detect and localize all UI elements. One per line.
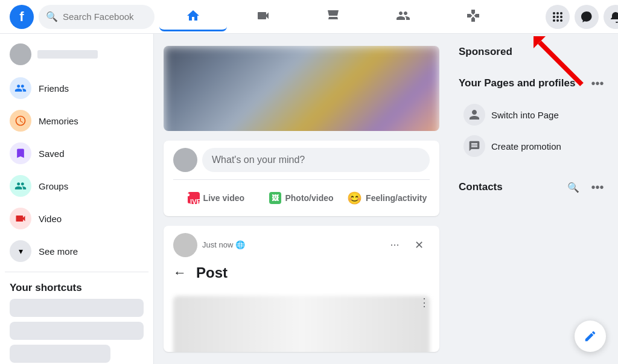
svg-point-2 [560, 12, 562, 14]
contacts-search-button[interactable]: 🔍 [562, 176, 584, 198]
sponsored-image [164, 46, 439, 131]
post-create-top: What's on your mind? [173, 148, 430, 172]
photo-video-button[interactable]: 🖼 Photo/video [259, 187, 345, 209]
post-title: Post [196, 264, 228, 281]
top-navigation: f 🔍 [0, 0, 618, 34]
svg-point-7 [556, 19, 559, 22]
feeling-icon: 😊 [347, 191, 362, 205]
main-feed: What's on your mind? ● LIVE Live video 🖼… [154, 34, 449, 364]
pages-profiles-title: Your Pages and profiles [459, 77, 575, 89]
contacts-section: Contacts 🔍 ••• [459, 176, 608, 198]
switch-page-button[interactable]: Switch into Page [459, 99, 608, 130]
post-create-card: What's on your mind? ● LIVE Live video 🖼… [164, 141, 439, 216]
chevron-down-icon: ▾ [10, 240, 31, 262]
groups-label: Groups [39, 181, 68, 191]
video-icon [10, 208, 31, 229]
sponsored-banner [164, 46, 439, 131]
topnav-left: f 🔍 [10, 5, 154, 29]
create-promotion-button[interactable]: Create promotion [459, 130, 608, 162]
post-back-button[interactable]: ← [173, 265, 186, 281]
svg-point-1 [556, 12, 559, 14]
sidebar-item-saved[interactable]: Saved [5, 138, 148, 169]
live-video-button[interactable]: ● LIVE Live video [173, 187, 259, 209]
video-label: Video [39, 214, 62, 224]
sponsored-title: Sponsored [459, 46, 608, 58]
saved-label: Saved [39, 148, 65, 159]
nav-gaming-button[interactable] [439, 2, 507, 31]
see-more-label: See more [39, 246, 78, 257]
contacts-title: Contacts [459, 181, 503, 193]
post-placeholder: What's on your mind? [212, 155, 305, 165]
post-image-blurred [173, 296, 430, 352]
shortcut-item-1[interactable] [10, 299, 144, 317]
memories-icon [10, 110, 31, 132]
svg-point-0 [553, 12, 555, 14]
user-name [37, 50, 98, 59]
user-avatar [10, 43, 31, 65]
post-input[interactable]: What's on your mind? [202, 148, 430, 172]
shortcut-item-2[interactable] [10, 322, 144, 340]
facebook-logo[interactable]: f [10, 5, 34, 29]
nav-groups-button[interactable] [369, 2, 437, 31]
post-content-more-icon[interactable]: ⋮ [419, 296, 430, 309]
pages-more-button[interactable]: ••• [587, 72, 608, 94]
live-icon: ● LIVE [188, 192, 200, 204]
sponsored-section: Sponsored [459, 46, 608, 58]
groups-icon [10, 175, 31, 197]
contacts-icons: 🔍 ••• [562, 176, 608, 198]
sidebar-item-video[interactable]: Video [5, 203, 148, 234]
pages-profiles-header: Your Pages and profiles ••• [459, 72, 608, 94]
sidebar-item-memories[interactable]: Memories [5, 105, 148, 136]
nav-marketplace-button[interactable] [299, 2, 367, 31]
search-icon: 🔍 [46, 11, 58, 22]
post-actions: ● LIVE Live video 🖼 Photo/video 😊 Feelin… [173, 179, 430, 209]
compose-button[interactable] [575, 321, 606, 352]
messenger-button[interactable] [575, 5, 599, 29]
nav-home-button[interactable] [159, 2, 227, 31]
post-author-avatar [173, 233, 197, 257]
contacts-more-button[interactable]: ••• [587, 176, 608, 198]
shortcuts-title: Your shortcuts [10, 282, 144, 294]
feeling-activity-button[interactable]: 😊 Feeling/activity [344, 187, 430, 209]
contacts-header: Contacts 🔍 ••• [459, 176, 608, 198]
pages-profiles-section: Your Pages and profiles ••• Switch into … [459, 72, 608, 162]
feeling-label: Feeling/activity [366, 193, 427, 203]
search-input[interactable] [63, 11, 147, 22]
shortcut-item-3[interactable] [10, 345, 110, 363]
left-sidebar: Friends Memories Saved Groups Video [0, 34, 154, 364]
right-sidebar: Sponsored Your Pages and profiles ••• [449, 34, 618, 364]
post-close-button[interactable]: ✕ [408, 234, 430, 256]
photo-icon: 🖼 [269, 192, 281, 204]
post-meta: Just now 🌐 [202, 240, 379, 249]
switch-page-label: Switch into Page [491, 110, 559, 120]
sidebar-item-groups[interactable]: Groups [5, 170, 148, 202]
post-more-button[interactable]: ··· [384, 234, 406, 256]
svg-point-6 [553, 19, 555, 22]
svg-point-4 [556, 16, 559, 18]
post-create-avatar [173, 148, 197, 172]
photo-label: Photo/video [285, 193, 333, 203]
saved-icon [10, 142, 31, 164]
notifications-button[interactable] [604, 5, 618, 29]
memories-label: Memories [39, 116, 78, 126]
grid-menu-button[interactable] [546, 5, 570, 29]
create-promotion-icon [464, 135, 485, 157]
friends-label: Friends [39, 83, 69, 94]
svg-point-8 [560, 19, 562, 22]
see-more-button[interactable]: ▾ See more [5, 235, 148, 267]
svg-point-5 [560, 16, 562, 18]
search-box[interactable]: 🔍 [39, 5, 154, 29]
topnav-right [512, 5, 618, 29]
post-header: Just now 🌐 ··· ✕ [164, 226, 439, 264]
nav-video-button[interactable] [229, 2, 297, 31]
post-title-row: ← Post [164, 264, 439, 289]
main-layout: Friends Memories Saved Groups Video [0, 0, 618, 364]
live-label: Live video [203, 193, 244, 203]
shortcuts-section: Your shortcuts [5, 277, 148, 364]
sidebar-user-profile[interactable] [5, 39, 148, 70]
friends-icon [10, 77, 31, 99]
post-header-actions: ··· ✕ [384, 234, 430, 256]
topnav-center [159, 2, 507, 31]
svg-point-3 [553, 16, 555, 18]
sidebar-item-friends[interactable]: Friends [5, 72, 148, 104]
